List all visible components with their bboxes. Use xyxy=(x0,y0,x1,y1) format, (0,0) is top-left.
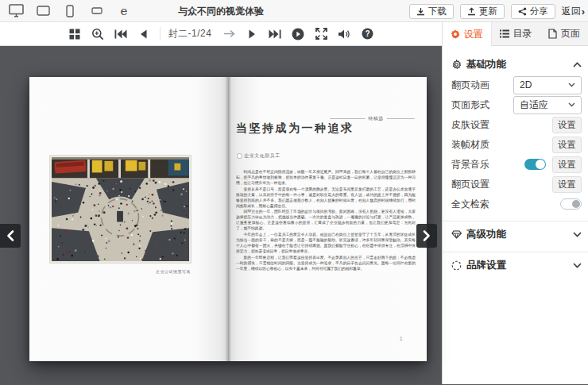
prev-page-icon[interactable] xyxy=(137,27,151,41)
chevron-down-icon xyxy=(573,232,582,237)
chevron-left-icon xyxy=(6,229,15,242)
chevron-down-icon xyxy=(568,102,575,107)
chevron-right-icon: › xyxy=(582,6,585,17)
setting-label: 翻页动画 xyxy=(451,79,489,92)
viewer-toolbar: 封二-1/24 ? xyxy=(0,22,442,46)
update-label: 更新 xyxy=(479,6,497,17)
update-button[interactable]: 更新 xyxy=(460,4,505,19)
share-button[interactable]: 分享 xyxy=(511,4,555,19)
select-value: 2D xyxy=(520,79,532,90)
section-brand-settings[interactable]: 品牌设置 xyxy=(451,255,582,275)
setting-row-flip-animation: 翻页动画 2D xyxy=(451,75,582,94)
divider xyxy=(443,221,588,221)
fullscreen-icon[interactable] xyxy=(314,27,328,41)
setting-row-skin: 皮肤设置 设置 xyxy=(451,115,582,134)
goto-icon[interactable] xyxy=(222,27,236,41)
right-page[interactable]: 特稿选 当坚持成为一种追求 企业文化部员工 时间总是在不经意间悄然流逝，转眼一年… xyxy=(228,77,427,361)
setting-row-binding-material: 装帧材质 设置 xyxy=(451,135,582,154)
select-value: 自适应 xyxy=(520,98,548,112)
rule-line xyxy=(330,118,365,119)
next-page-icon[interactable] xyxy=(245,27,259,41)
setting-label: 背景音乐 xyxy=(451,158,489,171)
help-icon[interactable]: ? xyxy=(360,27,374,41)
bg-music-toggle[interactable] xyxy=(524,159,546,170)
flip-animation-select[interactable]: 2D xyxy=(513,76,582,94)
autoplay-icon[interactable] xyxy=(291,27,305,41)
back-label: 返回 xyxy=(562,5,581,18)
page-number: 1 xyxy=(400,335,403,341)
download-button[interactable]: 下载 xyxy=(409,4,454,19)
section-title: 品牌设置 xyxy=(466,259,568,272)
paragraph: 新的一年即将启程，让我们带着这份坚持再出发。不必羡慕别人的光芒，只需走好脚下的路… xyxy=(236,254,416,271)
setting-label: 皮肤设置 xyxy=(451,118,489,132)
tab-pages[interactable]: 页面 xyxy=(540,22,588,45)
first-page-icon[interactable] xyxy=(114,27,128,41)
tablet-icon[interactable] xyxy=(35,3,51,19)
tab-pages-label: 页面 xyxy=(561,27,580,40)
next-spread-button[interactable] xyxy=(416,224,437,248)
paragraph: 坚持从来不是口号，而是落在每一个清晨的脚步里。无论是车间里反复打磨的工艺，还是办… xyxy=(236,187,416,209)
back-button[interactable]: 返回› xyxy=(562,5,585,18)
settings-panel: 基础功能 翻页动画 2D 页面形式 自适应 皮肤设置 设置 装帧材质 设置 xyxy=(442,46,588,384)
card-icon[interactable] xyxy=(89,3,105,19)
section-basic-functions[interactable]: 基础功能 xyxy=(451,54,582,75)
prev-spread-button[interactable] xyxy=(0,224,21,248)
toggle-knob xyxy=(572,200,580,208)
setting-row-bg-music: 背景音乐 设置 xyxy=(451,155,582,174)
page-mode-select[interactable]: 自适应 xyxy=(513,96,582,114)
rule-line xyxy=(386,118,414,119)
diamond-icon xyxy=(451,230,462,239)
e-icon[interactable]: e xyxy=(116,3,132,19)
binding-material-settings-button[interactable]: 设置 xyxy=(552,137,582,153)
photo-caption: 企业公司情景写真 xyxy=(72,269,191,275)
desktop-icon[interactable] xyxy=(8,3,24,19)
book-stage: 企业公司情景写真 特稿选 当坚持成为一种追求 企业文化部员工 时间总是在不经意间… xyxy=(0,46,442,384)
list-icon xyxy=(500,29,509,38)
tab-settings-label: 设置 xyxy=(464,28,483,41)
setting-row-page-mode: 页面形式 自适应 xyxy=(451,95,582,114)
bg-music-settings-button[interactable]: 设置 xyxy=(552,156,582,173)
divider xyxy=(443,252,588,252)
phone-icon[interactable] xyxy=(62,3,78,19)
setting-row-flip-settings: 翻页设置 设置 xyxy=(451,175,582,194)
thumbnails-icon[interactable] xyxy=(68,27,82,41)
section-title: 高级功能 xyxy=(466,228,568,241)
device-switcher: e xyxy=(0,3,132,19)
plaza-aerial-photo xyxy=(52,157,189,261)
author-avatar xyxy=(237,153,242,159)
brand-icon xyxy=(451,260,462,271)
top-actions: 下载 更新 分享 返回› xyxy=(409,0,585,22)
tab-toc[interactable]: 目录 xyxy=(492,22,540,45)
article-byline: 企业文化部员工 xyxy=(237,152,280,159)
section-advanced-functions[interactable]: 高级功能 xyxy=(451,224,582,244)
skin-settings-button[interactable]: 设置 xyxy=(552,117,582,133)
category-label: 特稿选 xyxy=(368,116,383,122)
page-icon xyxy=(548,29,557,39)
author-name: 企业文化部员工 xyxy=(244,152,280,159)
gear-icon xyxy=(451,29,460,39)
sidebar-tabs: 设置 目录 页面 xyxy=(442,22,588,46)
article-body: 时间总是在不经意间悄然流逝，转眼一年又接近尾声。回望来路，我们每个人都在自己的岗… xyxy=(236,169,416,333)
chevron-up-icon xyxy=(573,62,582,67)
sound-icon[interactable] xyxy=(337,27,351,41)
zoom-in-icon[interactable] xyxy=(91,27,105,41)
setting-row-fulltext-search: 全文检索 xyxy=(451,194,582,214)
chevron-right-icon xyxy=(422,229,431,242)
fulltext-search-toggle[interactable] xyxy=(560,198,582,210)
share-label: 分享 xyxy=(530,6,548,17)
toolbar-row: 封二-1/24 ? 设置 目录 xyxy=(0,22,588,46)
gear-outline-icon xyxy=(451,60,462,70)
tab-toc-label: 目录 xyxy=(513,27,532,40)
left-page[interactable]: 企业公司情景写真 xyxy=(29,77,228,361)
last-page-icon[interactable] xyxy=(268,27,282,41)
flip-settings-button[interactable]: 设置 xyxy=(552,176,582,193)
article-title: 当坚持成为一种追求 xyxy=(236,121,354,136)
article-photo xyxy=(50,156,191,263)
red-bus xyxy=(54,160,86,174)
svg-text:?: ? xyxy=(365,29,369,38)
paragraph: 回望过去的一年，团队经历了市场的起伏与项目的考验。面对困难，没有人抱怨，更没有人… xyxy=(236,209,416,231)
page-indicator[interactable]: 封二-1/24 xyxy=(160,27,214,40)
tab-settings[interactable]: 设置 xyxy=(443,22,492,46)
main-row: 企业公司情景写真 特稿选 当坚持成为一种追求 企业文化部员工 时间总是在不经意间… xyxy=(0,46,588,384)
setting-label: 页面形式 xyxy=(451,98,489,112)
